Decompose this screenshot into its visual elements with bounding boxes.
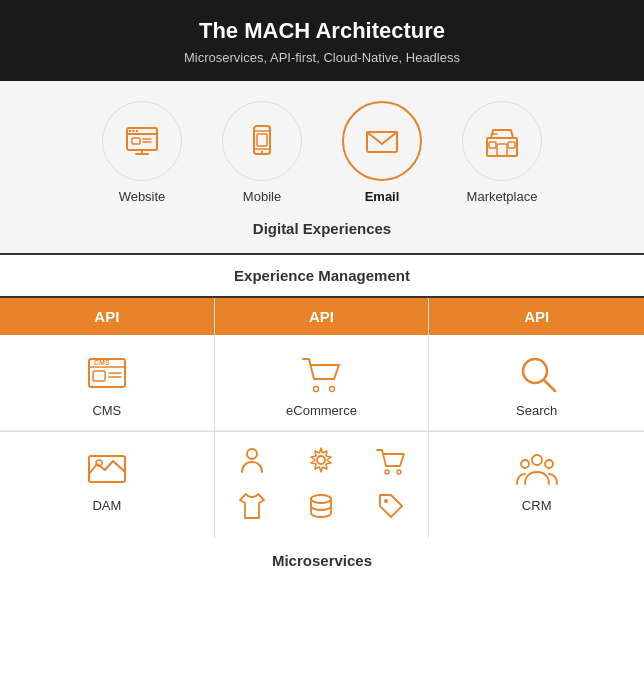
svg-point-13 [261, 151, 263, 153]
svg-rect-18 [489, 142, 496, 148]
search-api-header: API [429, 298, 644, 335]
dam-label: DAM [92, 498, 121, 513]
search-api-content: Search [429, 335, 644, 431]
svg-point-33 [247, 449, 257, 459]
micro-user-icon [236, 444, 268, 480]
micro-icons-container [215, 432, 429, 538]
website-icon-circle [102, 101, 182, 181]
svg-point-39 [532, 455, 542, 465]
svg-point-34 [317, 456, 325, 464]
website-label: Website [119, 189, 166, 204]
svg-rect-16 [487, 138, 517, 156]
micro-db-icon-wrap [305, 490, 337, 526]
svg-rect-24 [93, 371, 105, 381]
svg-point-8 [132, 130, 134, 132]
search-icon [515, 351, 559, 395]
email-icon [363, 122, 401, 160]
tshirt-icon [236, 490, 268, 522]
svg-rect-4 [132, 138, 140, 144]
micro-cart-icon-wrap [375, 444, 407, 480]
mobile-icon-circle [222, 101, 302, 181]
micro-tag-icon-wrap [375, 490, 407, 526]
bottom-section: DAM [0, 432, 644, 538]
crm-column: CRM [429, 432, 644, 538]
header-section: The MACH Architecture Microservices, API… [0, 0, 644, 81]
email-item: Email [342, 101, 422, 204]
svg-point-36 [397, 470, 401, 474]
micro-column [215, 432, 430, 538]
ecommerce-icon [299, 351, 343, 395]
page-subtitle: Microservices, API-first, Cloud-Native, … [20, 50, 624, 65]
svg-point-35 [385, 470, 389, 474]
dam-column: DAM [0, 432, 215, 538]
crm-content: CRM [429, 432, 644, 523]
svg-point-7 [129, 130, 131, 132]
cms-api-header: API [0, 298, 214, 335]
svg-point-41 [545, 460, 553, 468]
micro-gear-icon-wrap [305, 444, 337, 480]
marketplace-item: Marketplace [462, 101, 542, 204]
tag-icon [375, 490, 407, 522]
mobile-label: Mobile [243, 189, 281, 204]
svg-point-28 [330, 386, 335, 391]
svg-point-27 [314, 386, 319, 391]
database-icon [305, 490, 337, 522]
ecommerce-api-content: eCommerce [215, 335, 429, 431]
api-grid: API CMS CMS API eCommerce API [0, 298, 644, 432]
page-title: The MACH Architecture [20, 18, 624, 44]
microservices-label: Microservices [0, 538, 644, 583]
svg-line-30 [544, 380, 555, 391]
cart-icon [375, 444, 407, 476]
svg-point-40 [521, 460, 529, 468]
svg-rect-17 [497, 144, 507, 156]
dam-icon [85, 446, 129, 490]
svg-point-38 [384, 499, 388, 503]
svg-text:CMS: CMS [94, 359, 110, 366]
micro-tshirt-icon-wrap [236, 490, 268, 526]
mobile-item: Mobile [222, 101, 302, 204]
experience-management-label: Experience Management [0, 255, 644, 296]
website-item: Website [102, 101, 182, 204]
svg-point-9 [136, 130, 138, 132]
digital-experiences-title: Digital Experiences [10, 220, 634, 237]
digital-experiences-section: Website Mobile [0, 81, 644, 253]
search-label: Search [516, 403, 557, 418]
marketplace-icon [483, 122, 521, 160]
svg-point-37 [311, 495, 331, 503]
mobile-icon [243, 122, 281, 160]
ecommerce-api-header: API [215, 298, 429, 335]
ecommerce-column: API eCommerce [215, 298, 430, 431]
micro-icons-grid [223, 444, 421, 526]
cms-label: CMS [92, 403, 121, 418]
user-icon [236, 444, 268, 476]
cms-icon: CMS [85, 351, 129, 395]
crm-icon [515, 446, 559, 490]
svg-rect-14 [257, 134, 267, 146]
digital-icons-row: Website Mobile [10, 101, 634, 204]
marketplace-label: Marketplace [467, 189, 538, 204]
email-label: Email [365, 189, 400, 204]
cms-column: API CMS CMS [0, 298, 215, 431]
svg-rect-19 [508, 142, 515, 148]
ecommerce-label: eCommerce [286, 403, 357, 418]
gear-icon [305, 444, 337, 476]
crm-label: CRM [522, 498, 552, 513]
cms-api-content: CMS CMS [0, 335, 214, 431]
search-column: API Search [429, 298, 644, 431]
marketplace-icon-circle [462, 101, 542, 181]
email-icon-circle [342, 101, 422, 181]
dam-content: DAM [0, 432, 214, 523]
website-icon [123, 122, 161, 160]
